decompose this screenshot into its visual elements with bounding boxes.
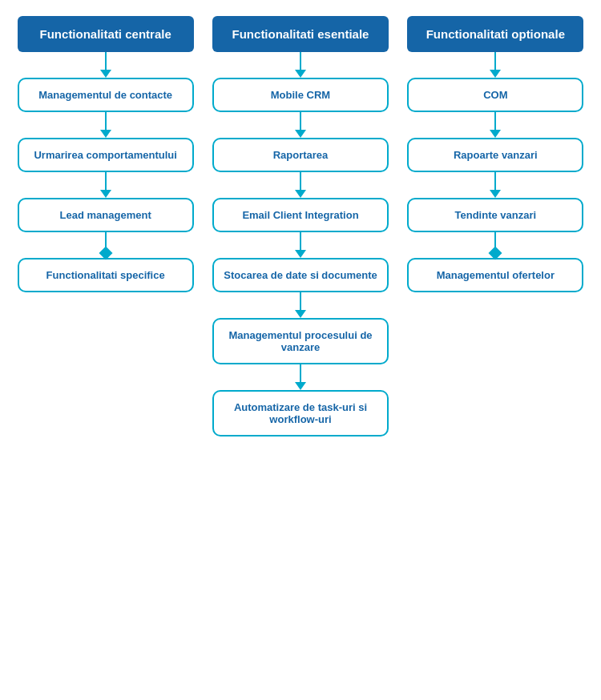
- node-esentiale-3: Stocarea de date si documente: [212, 258, 389, 292]
- node-centrale-1: Urmarirea comportamentului: [18, 138, 194, 172]
- arrow-3-3: [490, 232, 500, 258]
- arrow-head: [100, 190, 111, 198]
- arrow-head: [100, 130, 111, 138]
- col-header-esentiale: Functionalitati esentiale: [212, 16, 389, 52]
- diagram: Functionalitati centrale Managementul de…: [8, 16, 593, 436]
- arrow-1-2: [100, 172, 111, 198]
- node-centrale-2: Lead management: [18, 198, 194, 232]
- arrow-line: [105, 112, 107, 130]
- arrow-head: [295, 310, 306, 318]
- arrow-3-0: [490, 52, 501, 78]
- arrow-2-4: [295, 292, 306, 318]
- node-optionale-0: COM: [407, 78, 583, 112]
- node-optionale-1: Rapoarte vanzari: [407, 138, 583, 172]
- node-optionale-3: Managementul ofertelor: [407, 258, 583, 292]
- column-esentiale: Functionalitati esentiale Mobile CRM Rap…: [212, 16, 389, 436]
- arrow-head: [490, 190, 501, 198]
- arrow-line: [300, 364, 301, 382]
- node-esentiale-1: Raportarea: [212, 138, 389, 172]
- arrow-1-3: [101, 232, 111, 258]
- node-esentiale-5: Automatizare de task-uri si workflow-uri: [212, 390, 389, 436]
- arrow-head: [490, 70, 501, 78]
- arrow-line: [300, 292, 301, 310]
- arrow-2-3: [295, 232, 306, 258]
- col-header-optionale: Functionalitati optionale: [407, 16, 583, 52]
- arrow-head: [490, 130, 501, 138]
- arrow-head: [295, 70, 306, 78]
- arrow-line: [300, 232, 301, 250]
- arrow-2-2: [295, 172, 306, 198]
- node-esentiale-0: Mobile CRM: [212, 78, 389, 112]
- arrow-line: [105, 172, 107, 190]
- arrow-2-0: [295, 52, 306, 78]
- arrow-3-1: [490, 112, 501, 138]
- column-centrale: Functionalitati centrale Managementul de…: [18, 16, 194, 292]
- node-centrale-0: Managementul de contacte: [18, 78, 194, 112]
- arrow-head: [295, 130, 306, 138]
- arrow-head: [100, 70, 111, 78]
- node-centrale-3: Functionalitati specifice: [18, 258, 194, 292]
- arrow-1-1: [100, 112, 111, 138]
- arrow-line: [300, 112, 301, 130]
- arrow-line: [105, 52, 107, 70]
- node-esentiale-4: Managementul procesului de vanzare: [212, 318, 389, 364]
- arrow-head: [295, 382, 306, 390]
- col-header-centrale: Functionalitati centrale: [18, 16, 194, 52]
- arrow-line: [494, 52, 496, 70]
- arrow-line: [300, 172, 301, 190]
- node-esentiale-2: Email Client Integration: [212, 198, 389, 232]
- arrow-line: [494, 112, 496, 130]
- node-optionale-2: Tendinte vanzari: [407, 198, 583, 232]
- arrow-3-2: [490, 172, 501, 198]
- arrow-2-1: [295, 112, 306, 138]
- arrow-head: [295, 250, 306, 258]
- arrow-1-0: [100, 52, 111, 78]
- arrow-head: [295, 190, 306, 198]
- arrow-line: [494, 172, 496, 190]
- arrow-line: [300, 52, 301, 70]
- arrow-2-5: [295, 364, 306, 390]
- column-optionale: Functionalitati optionale COM Rapoarte v…: [407, 16, 583, 292]
